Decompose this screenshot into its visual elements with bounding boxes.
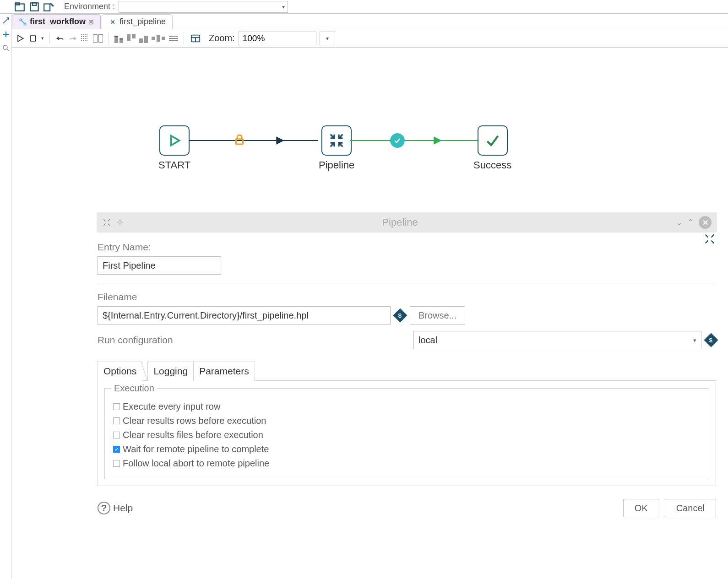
- option-follow-local-abort[interactable]: Follow local abort to remote pipeline: [113, 458, 701, 469]
- pipeline-icon: [109, 18, 117, 26]
- close-icon[interactable]: ✕: [699, 216, 712, 229]
- arrow-head-icon: [274, 135, 287, 146]
- option-clear-results-rows[interactable]: Clear results rows before execution: [113, 416, 701, 426]
- svg-rect-8: [30, 36, 36, 41]
- align-left-icon[interactable]: [127, 34, 136, 43]
- config-tabs: Options Logging Parameters: [98, 361, 716, 381]
- fieldset-legend: Execution: [111, 383, 157, 394]
- pin-icon[interactable]: [116, 218, 124, 227]
- execution-fieldset: Execution Execute every input row Clear …: [104, 388, 709, 479]
- editor-toolbar: ▾ Zoom: 100% ▾: [12, 29, 728, 48]
- svg-point-5: [3, 45, 7, 49]
- save-icon[interactable]: [27, 1, 41, 13]
- properties-panel: Pipeline ⌄ ⌃ ✕ Entry Name: Filename $ Br…: [97, 212, 717, 517]
- node-success[interactable]: Success: [473, 125, 511, 171]
- arrow-head-icon: [431, 135, 444, 146]
- workflow-icon: [19, 18, 27, 26]
- stop-icon[interactable]: [28, 34, 38, 43]
- browse-button[interactable]: Browse...: [410, 306, 465, 325]
- arrow-icon[interactable]: [0, 14, 11, 27]
- filename-label: Filename: [98, 292, 716, 303]
- chevron-down-icon[interactable]: ⌄: [676, 217, 683, 227]
- close-icon[interactable]: ⊠: [88, 18, 94, 26]
- play-icon: [166, 132, 183, 149]
- node-label: Pipeline: [319, 159, 354, 171]
- help-icon: ?: [98, 502, 110, 514]
- svg-rect-12: [236, 139, 243, 144]
- left-tool-strip: [0, 14, 12, 579]
- undo-icon[interactable]: [55, 34, 65, 43]
- tab-first-pipeline[interactable]: first_pipeline: [102, 14, 173, 29]
- align-top-icon[interactable]: [114, 34, 123, 43]
- runcfg-dropdown[interactable]: local ▾: [413, 331, 701, 349]
- tab-options[interactable]: Options: [98, 362, 142, 381]
- help-button[interactable]: ? Help: [98, 502, 133, 514]
- snap-grid-icon[interactable]: [81, 34, 89, 43]
- panel-title: Pipeline: [129, 216, 671, 228]
- option-execute-every-input-row[interactable]: Execute every input row: [113, 401, 701, 412]
- chevron-down-icon: ▾: [693, 337, 696, 344]
- align-bottom-icon[interactable]: [139, 34, 148, 43]
- distribute-h-icon[interactable]: [169, 36, 178, 41]
- run-icon[interactable]: [16, 34, 25, 43]
- success-badge-icon: [390, 133, 405, 148]
- variable-icon[interactable]: $: [393, 308, 407, 322]
- workflow-canvas[interactable]: START Pipeline Success Pipeline ⌄ ⌃ ✕ En…: [12, 48, 728, 579]
- panel-titlebar: Pipeline ⌄ ⌃ ✕: [97, 212, 717, 233]
- cancel-button[interactable]: Cancel: [665, 499, 716, 517]
- align-center-icon[interactable]: [152, 34, 165, 43]
- tab-first-workflow[interactable]: first_workflow ⊠: [12, 14, 101, 29]
- option-wait-remote-complete[interactable]: Wait for remote pipeline to complete: [113, 444, 701, 455]
- lock-icon: [233, 133, 246, 146]
- entry-name-input[interactable]: [98, 256, 221, 275]
- variable-icon[interactable]: $: [704, 333, 718, 347]
- environment-dropdown[interactable]: ▾: [119, 1, 288, 13]
- redo-icon[interactable]: [68, 34, 77, 43]
- collapse-icon[interactable]: [102, 218, 111, 227]
- zoom-value[interactable]: 100%: [239, 32, 316, 45]
- svg-rect-3: [33, 3, 37, 5]
- tab-label: first_workflow: [30, 17, 86, 27]
- ok-button[interactable]: OK: [623, 499, 659, 517]
- auto-layout-icon[interactable]: [93, 34, 103, 43]
- collapse-icon[interactable]: [703, 233, 716, 245]
- appbar-icons: [13, 1, 56, 13]
- runcfg-label: Run configuration: [98, 335, 413, 346]
- chevron-down-icon: ▾: [282, 4, 285, 10]
- save-as-icon[interactable]: [42, 1, 56, 13]
- tab-parameters[interactable]: Parameters: [193, 362, 255, 381]
- app-menubar: Environment : ▾: [0, 0, 728, 14]
- edge-start-pipeline: [190, 140, 318, 141]
- check-icon: [484, 131, 502, 150]
- search-icon[interactable]: [0, 41, 11, 55]
- entry-name-label: Entry Name:: [98, 242, 716, 253]
- folder-open-icon[interactable]: [13, 1, 27, 13]
- runcfg-value: local: [418, 335, 437, 346]
- node-label: Success: [473, 159, 511, 171]
- node-start[interactable]: START: [158, 125, 190, 171]
- svg-rect-2: [30, 3, 38, 11]
- editor-tabs: first_workflow ⊠ first_pipeline: [12, 14, 728, 29]
- chevron-down-icon[interactable]: ▾: [41, 35, 44, 41]
- collapse-icon: [327, 131, 346, 150]
- tab-logging[interactable]: Logging: [147, 362, 194, 381]
- node-pipeline[interactable]: Pipeline: [319, 125, 354, 171]
- add-icon[interactable]: [0, 27, 11, 41]
- tab-label: first_pipeline: [120, 17, 166, 27]
- svg-rect-4: [44, 4, 50, 11]
- zoom-dropdown[interactable]: ▾: [320, 32, 335, 45]
- environment-label: Environment :: [64, 2, 115, 11]
- properties-dialog-icon[interactable]: [190, 33, 201, 43]
- chevron-up-icon[interactable]: ⌃: [687, 217, 694, 227]
- zoom-label: Zoom:: [209, 33, 235, 43]
- option-clear-results-files[interactable]: Clear results files before execution: [113, 430, 701, 440]
- filename-input[interactable]: [98, 306, 391, 325]
- node-label: START: [158, 159, 190, 171]
